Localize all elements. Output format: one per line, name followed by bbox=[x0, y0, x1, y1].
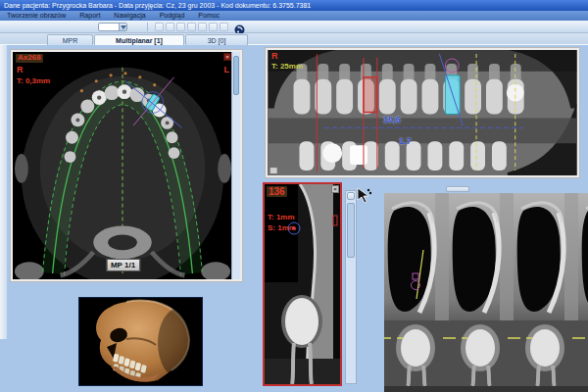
window-left-frame bbox=[0, 45, 7, 339]
measurement-value-1: 10,6 bbox=[383, 115, 401, 124]
series-slice-2[interactable] bbox=[449, 193, 514, 392]
scrollbar-top-button[interactable] bbox=[347, 192, 355, 200]
tab-multiplanar[interactable]: Multiplanar [1] bbox=[94, 34, 184, 45]
toolbar-button[interactable] bbox=[198, 23, 207, 31]
tab-3d[interactable]: 3D [0] bbox=[185, 34, 248, 45]
axial-orientation-left-marker: L bbox=[224, 66, 230, 75]
measurement-value-2: 1.7 bbox=[399, 136, 412, 146]
axial-view-panel: Ax268 R T: 0,3mm L × MP 1/1 bbox=[10, 49, 243, 282]
series-slice-3[interactable] bbox=[514, 193, 578, 392]
menu-nawigacja[interactable]: Nawigacja bbox=[107, 11, 152, 21]
scrollbar-thumb[interactable] bbox=[347, 203, 355, 258]
menu-bar: Tworzenie obrazów Raport Nawigacja Podgl… bbox=[0, 11, 588, 21]
slice-graphic bbox=[449, 193, 514, 386]
axial-scrollbar[interactable] bbox=[231, 52, 240, 279]
toolbar bbox=[0, 21, 588, 33]
series-slice-4[interactable] bbox=[578, 193, 588, 392]
slice-graphic bbox=[514, 193, 578, 386]
axial-scrollbar-thumb[interactable] bbox=[233, 56, 239, 95]
cross-section-panel[interactable]: 136 T: 1mm S: 1mm × bbox=[263, 182, 342, 386]
chevron-down-icon bbox=[119, 24, 126, 30]
cross-section-spacing-label: S: 1mm bbox=[268, 224, 296, 233]
monitor-screen: Dane pacjenta: Przygrocka Barbara - Data… bbox=[0, 0, 588, 392]
toolbar-button-group bbox=[155, 23, 228, 31]
toolbar-separator bbox=[147, 23, 148, 31]
axial-ct-image[interactable]: Ax268 R T: 0,3mm L × MP 1/1 bbox=[13, 52, 233, 279]
cross-section-thickness-label: T: 1mm bbox=[268, 214, 295, 222]
series-panel-tab[interactable] bbox=[446, 186, 469, 192]
cross-section-series-panel[interactable] bbox=[384, 193, 588, 392]
mouse-cursor bbox=[355, 187, 372, 209]
axial-view-label: Ax268 bbox=[16, 54, 43, 63]
panorama-thickness-label: T: 25mm bbox=[271, 63, 303, 72]
toolbar-button[interactable] bbox=[209, 23, 218, 31]
slice-annotations bbox=[384, 193, 449, 386]
skull-render-graphic bbox=[79, 298, 202, 385]
panorama-ct-graphic bbox=[268, 50, 577, 175]
3d-skull-panel[interactable] bbox=[78, 297, 203, 386]
panorama-orientation-marker: R bbox=[271, 52, 278, 62]
cross-section-scrollbar[interactable] bbox=[345, 190, 357, 384]
panorama-view-panel: R T: 25mm 10,6 1.7 bbox=[265, 47, 580, 178]
series-slice-1[interactable] bbox=[384, 193, 449, 392]
axial-orientation-right-marker: R bbox=[17, 66, 24, 75]
axial-ct-graphic bbox=[13, 52, 233, 279]
slice-graphic bbox=[578, 193, 588, 386]
close-icon[interactable]: × bbox=[223, 53, 231, 61]
view-tab-strip: MPR Multiplanar [1] 3D [0] bbox=[0, 33, 588, 45]
tab-mpr[interactable]: MPR bbox=[47, 34, 93, 45]
toolbar-button[interactable] bbox=[176, 23, 185, 31]
menu-raport[interactable]: Raport bbox=[73, 11, 107, 21]
close-icon[interactable]: × bbox=[331, 185, 339, 193]
window-titlebar: Dane pacjenta: Przygrocka Barbara - Data… bbox=[0, 0, 588, 11]
axial-slice-indicator[interactable]: MP 1/1 bbox=[106, 259, 140, 271]
toolbar-button[interactable] bbox=[166, 23, 174, 31]
panorama-ct-image[interactable]: R T: 25mm 10,6 1.7 bbox=[268, 50, 577, 175]
menu-pomoc[interactable]: Pomoc bbox=[191, 11, 226, 21]
toolbar-button[interactable] bbox=[155, 23, 164, 31]
menu-tworzenie-obrazow[interactable]: Tworzenie obrazów bbox=[0, 11, 73, 21]
workspace: Ax268 R T: 0,3mm L × MP 1/1 bbox=[0, 45, 588, 392]
toolbar-button[interactable] bbox=[220, 23, 228, 31]
axial-thickness-label: T: 0,3mm bbox=[17, 77, 50, 86]
toolbar-button[interactable] bbox=[187, 23, 196, 31]
window-title: Dane pacjenta: Przygrocka Barbara - Data… bbox=[4, 2, 311, 9]
menu-podglad[interactable]: Podgląd bbox=[153, 11, 192, 21]
cross-section-view-label: 136 bbox=[267, 186, 287, 197]
toolbar-dropdown[interactable] bbox=[98, 23, 127, 31]
